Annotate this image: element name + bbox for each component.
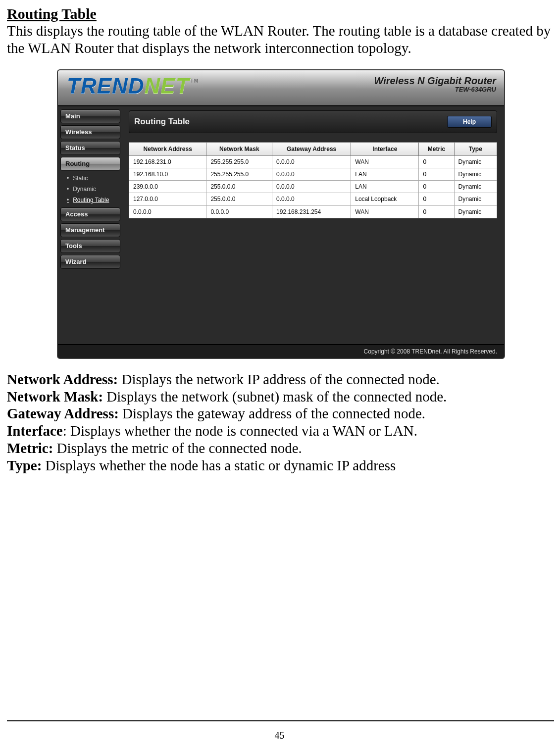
definition-desc: Displays the metric of the connected nod… bbox=[53, 440, 302, 456]
table-row: 192.168.10.0255.255.255.00.0.0.0LAN0Dyna… bbox=[129, 168, 497, 181]
col-type: Type bbox=[454, 142, 497, 155]
table-cell: 255.0.0.0 bbox=[206, 181, 272, 193]
router-ui-screenshot: TRENDNETTM Wireless N Gigabit Router TEW… bbox=[57, 69, 505, 359]
table-cell: 0.0.0.0 bbox=[272, 181, 351, 193]
table-cell: 0.0.0.0 bbox=[272, 193, 351, 205]
table-body: 192.168.231.0255.255.255.00.0.0.0WAN0Dyn… bbox=[129, 155, 497, 218]
nav-routing[interactable]: Routing bbox=[60, 157, 120, 171]
table-cell: Local Loopback bbox=[351, 193, 419, 205]
router-footer: Copyright © 2008 TRENDnet. All Rights Re… bbox=[58, 344, 504, 358]
page-number: 45 bbox=[0, 730, 559, 741]
table-cell: 0.0.0.0 bbox=[129, 205, 206, 218]
definition-desc: Displays whether the node has a static o… bbox=[42, 457, 396, 473]
table-cell: WAN bbox=[351, 205, 419, 218]
table-cell: Dynamic bbox=[454, 181, 497, 193]
definition-term: Interface bbox=[7, 423, 63, 439]
definition-term: Metric: bbox=[7, 440, 53, 456]
nav-wizard[interactable]: Wizard bbox=[60, 255, 120, 269]
definition-term: Network Mask: bbox=[7, 389, 103, 404]
content-panel: Routing Table Help Network AddressNetwor… bbox=[123, 106, 504, 344]
definition-line: Gateway Address: Displays the gateway ad… bbox=[7, 405, 553, 422]
brand-prefix: TREND bbox=[67, 74, 145, 98]
definition-line: Interface: Displays whether the node is … bbox=[7, 422, 553, 440]
col-gateway-address: Gateway Address bbox=[272, 142, 351, 155]
table-row: 192.168.231.0255.255.255.00.0.0.0WAN0Dyn… bbox=[129, 155, 497, 168]
table-cell: 0.0.0.0 bbox=[272, 168, 351, 181]
table-cell: 255.255.255.0 bbox=[206, 168, 272, 181]
table-cell: WAN bbox=[351, 155, 419, 168]
subnav-dynamic[interactable]: Dynamic bbox=[65, 184, 123, 195]
page-footer-rule bbox=[7, 720, 554, 721]
table-cell: Dynamic bbox=[454, 193, 497, 205]
nav-tools[interactable]: Tools bbox=[60, 239, 120, 253]
brand-logo: TRENDNETTM bbox=[67, 73, 198, 99]
definition-desc: Displays the network IP address of the c… bbox=[118, 371, 440, 387]
definition-term: Network Address: bbox=[7, 371, 118, 387]
nav-main[interactable]: Main bbox=[60, 109, 120, 123]
definition-line: Metric: Displays the metric of the conne… bbox=[7, 440, 553, 457]
product-line-text: Wireless N Gigabit Router bbox=[374, 75, 496, 86]
panel-title-bar: Routing Table Help bbox=[129, 110, 497, 133]
table-cell: 0 bbox=[419, 155, 454, 168]
table-cell: 255.255.255.0 bbox=[206, 155, 272, 168]
col-metric: Metric bbox=[419, 142, 454, 155]
help-button[interactable]: Help bbox=[447, 116, 492, 128]
definition-line: Network Address: Displays the network IP… bbox=[7, 371, 553, 388]
nav-management[interactable]: Management bbox=[60, 223, 120, 237]
table-cell: 192.168.10.0 bbox=[129, 168, 206, 181]
subnav: StaticDynamicRouting Table bbox=[65, 173, 123, 205]
definitions: Network Address: Displays the network IP… bbox=[7, 371, 553, 474]
definition-line: Type: Displays whether the node has a st… bbox=[7, 457, 553, 474]
table-cell: 255.0.0.0 bbox=[206, 193, 272, 205]
definition-line: Network Mask: Displays the network (subn… bbox=[7, 388, 553, 405]
table-row: 0.0.0.00.0.0.0192.168.231.254WAN0Dynamic bbox=[129, 205, 497, 218]
table-cell: LAN bbox=[351, 168, 419, 181]
table-header-row: Network AddressNetwork MaskGateway Addre… bbox=[129, 142, 497, 155]
section-title: Routing Table bbox=[7, 5, 553, 22]
table-cell: Dynamic bbox=[454, 155, 497, 168]
nav-wireless[interactable]: Wireless bbox=[60, 125, 120, 139]
subnav-static[interactable]: Static bbox=[65, 173, 123, 184]
subnav-routing-table[interactable]: Routing Table bbox=[65, 195, 123, 205]
table-cell: 0.0.0.0 bbox=[272, 155, 351, 168]
table-row: 239.0.0.0255.0.0.00.0.0.0LAN0Dynamic bbox=[129, 181, 497, 193]
definition-desc: : Displays whether the node is connected… bbox=[63, 423, 417, 439]
brand-tm: TM bbox=[191, 78, 199, 84]
col-interface: Interface bbox=[351, 142, 419, 155]
table-cell: Dynamic bbox=[454, 168, 497, 181]
table-cell: 0 bbox=[419, 205, 454, 218]
table-row: 127.0.0.0255.0.0.00.0.0.0Local Loopback0… bbox=[129, 193, 497, 205]
nav-status[interactable]: Status bbox=[60, 141, 120, 155]
col-network-mask: Network Mask bbox=[206, 142, 272, 155]
table-cell: 0 bbox=[419, 168, 454, 181]
router-header: TRENDNETTM Wireless N Gigabit Router TEW… bbox=[58, 70, 504, 106]
product-line: Wireless N Gigabit Router TEW-634GRU bbox=[374, 75, 496, 94]
brand-suffix: NET bbox=[145, 74, 190, 98]
nav-access[interactable]: Access bbox=[60, 207, 120, 221]
table-cell: 127.0.0.0 bbox=[129, 193, 206, 205]
table-cell: Dynamic bbox=[454, 205, 497, 218]
definition-term: Gateway Address: bbox=[7, 405, 119, 421]
routing-table: Network AddressNetwork MaskGateway Addre… bbox=[129, 142, 497, 218]
table-cell: 0 bbox=[419, 193, 454, 205]
table-cell: 192.168.231.0 bbox=[129, 155, 206, 168]
definition-term: Type: bbox=[7, 457, 42, 473]
definition-desc: Displays the gateway address of the conn… bbox=[119, 405, 425, 421]
product-model: TEW-634GRU bbox=[374, 86, 496, 93]
panel-title: Routing Table bbox=[134, 117, 190, 127]
table-cell: 0.0.0.0 bbox=[206, 205, 272, 218]
definition-desc: Displays the network (subnet) mask of th… bbox=[103, 389, 447, 404]
table-cell: 0 bbox=[419, 181, 454, 193]
table-cell: LAN bbox=[351, 181, 419, 193]
col-network-address: Network Address bbox=[129, 142, 206, 155]
table-cell: 192.168.231.254 bbox=[272, 205, 351, 218]
sidebar: MainWirelessStatusRoutingStaticDynamicRo… bbox=[58, 106, 123, 344]
section-intro: This displays the routing table of the W… bbox=[7, 22, 553, 56]
table-cell: 239.0.0.0 bbox=[129, 181, 206, 193]
